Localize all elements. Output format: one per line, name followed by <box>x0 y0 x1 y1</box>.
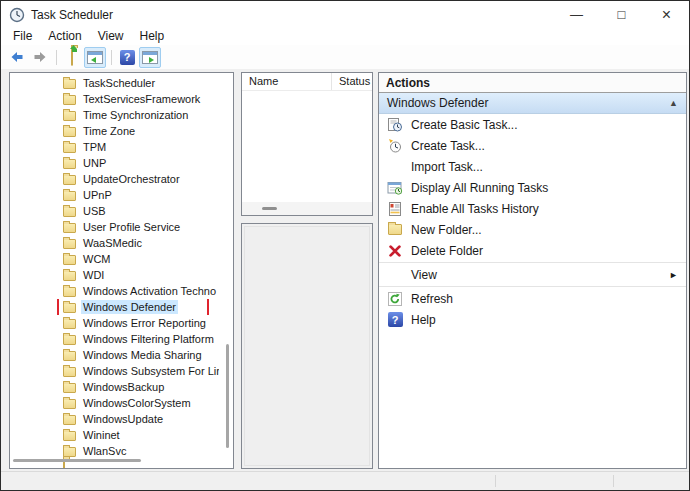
action-create-basic-task[interactable]: Create Basic Task... <box>379 114 686 135</box>
maximize-button[interactable]: □ <box>599 1 644 28</box>
actions-group-header[interactable]: Windows Defender ▲ <box>379 93 686 114</box>
forward-icon <box>32 49 48 65</box>
column-header-status[interactable]: Status <box>332 73 372 90</box>
actions-pane: Actions Windows Defender ▲ Create Ba <box>378 72 687 469</box>
tree-item-label: TPM <box>81 140 108 154</box>
tree-item-wlansvc[interactable]: WlanSvc <box>10 443 219 459</box>
console-tree-toggle-button[interactable] <box>84 47 106 68</box>
create-basic-task-icon <box>387 117 403 133</box>
tree-item-label: User Profile Service <box>81 220 182 234</box>
action-label: Create Task... <box>411 139 686 153</box>
tree-item-label: Windows Subsystem For Lir <box>81 364 219 378</box>
tree-item-windows-error-reporting[interactable]: Windows Error Reporting <box>10 315 219 331</box>
action-refresh[interactable]: Refresh <box>379 288 686 309</box>
tree-item-label: WaaSMedic <box>81 236 144 250</box>
tree-item-time-zone[interactable]: Time Zone <box>10 123 219 139</box>
tree-item-windows-filtering-platform[interactable]: Windows Filtering Platform <box>10 331 219 347</box>
collapse-arrow-icon[interactable]: ▲ <box>669 98 678 108</box>
action-label: New Folder... <box>411 223 686 237</box>
help-icon: ? <box>120 50 135 65</box>
action-enable-all-tasks-history[interactable]: Enable All Tasks History <box>379 198 686 219</box>
tree-item-windowsupdate[interactable]: WindowsUpdate <box>10 411 219 427</box>
tree-item-wdi[interactable]: WDI <box>10 267 219 283</box>
window-title: Task Scheduler <box>31 8 113 22</box>
folder-icon <box>63 127 76 137</box>
folder-icon <box>63 207 76 217</box>
tree-item-usb[interactable]: USB <box>10 203 219 219</box>
task-list-horizontal-scrollbar[interactable] <box>242 202 372 215</box>
no-icon <box>387 159 403 175</box>
tree-item-label: UpdateOrchestrator <box>81 172 182 186</box>
menu-action[interactable]: Action <box>40 28 89 45</box>
folder-icon <box>63 431 76 441</box>
action-delete-folder[interactable]: Delete Folder <box>379 240 686 261</box>
task-list-panel: Name Status <box>241 72 373 216</box>
tree-item-wininet[interactable]: Wininet <box>10 427 219 443</box>
tree-item-label: WlanSvc <box>81 444 128 458</box>
tree-item-label: WindowsColorSystem <box>81 396 193 410</box>
column-header-name[interactable]: Name <box>242 73 332 90</box>
tree-item-windowsbackup[interactable]: WindowsBackup <box>10 379 219 395</box>
tree-item-upnp[interactable]: UPnP <box>10 187 219 203</box>
show-console-tree-folder-button[interactable] <box>61 47 83 68</box>
folder-icon <box>63 159 76 169</box>
folder-icon <box>63 111 76 121</box>
enable-history-icon <box>387 201 403 217</box>
tree-item-windows-activation-technologies[interactable]: Windows Activation Techno <box>10 283 219 299</box>
task-preview-pane <box>241 223 373 469</box>
minimize-button[interactable]: — <box>554 1 599 28</box>
tree-item-tpm[interactable]: TPM <box>10 139 219 155</box>
refresh-icon <box>387 291 403 307</box>
action-import-task[interactable]: Import Task... <box>379 156 686 177</box>
action-pane-toggle-button[interactable] <box>139 47 161 68</box>
tree-item-label: Windows Filtering Platform <box>81 332 216 346</box>
toolbar-separator <box>111 50 112 65</box>
tree-item-label: Windows Media Sharing <box>81 348 204 362</box>
action-view[interactable]: View ► <box>379 264 686 285</box>
action-display-all-running-tasks[interactable]: Display All Running Tasks <box>379 177 686 198</box>
toolbar-help-button[interactable]: ? <box>116 47 138 68</box>
folder-icon <box>63 271 76 281</box>
menu-file[interactable]: File <box>5 28 40 45</box>
tree-item-windowscolorsystem[interactable]: WindowsColorSystem <box>10 395 219 411</box>
action-pane-toggle-icon <box>142 51 158 64</box>
folder-icon <box>63 223 76 233</box>
tree-vertical-scrollbar[interactable] <box>226 344 229 448</box>
tree-item-windows-subsystem-for-linux[interactable]: Windows Subsystem For Lir <box>10 363 219 379</box>
menu-view[interactable]: View <box>90 28 132 45</box>
status-bar <box>1 471 689 490</box>
tree-item-windows-media-sharing[interactable]: Windows Media Sharing <box>10 347 219 363</box>
action-help[interactable]: ? Help <box>379 309 686 330</box>
tree-item-time-synchronization[interactable]: Time Synchronization <box>10 107 219 123</box>
folder-icon <box>63 95 76 105</box>
actions-group-label: Windows Defender <box>387 96 669 110</box>
close-button[interactable]: × <box>644 1 689 28</box>
folder-icon <box>63 415 76 425</box>
action-create-task[interactable]: Create Task... <box>379 135 686 156</box>
action-label: Enable All Tasks History <box>411 202 686 216</box>
menu-help[interactable]: Help <box>132 28 173 45</box>
console-tree-toggle-icon <box>87 51 103 64</box>
tree-item-taskscheduler[interactable]: TaskScheduler <box>10 75 219 91</box>
tree-item-waasmedic[interactable]: WaaSMedic <box>10 235 219 251</box>
scrollbar-thumb[interactable] <box>262 207 277 210</box>
action-label: View <box>411 268 669 282</box>
tree-item-wcm[interactable]: WCM <box>10 251 219 267</box>
tree-item-label: Windows Defender <box>81 300 178 314</box>
tree-item-updateorchestrator[interactable]: UpdateOrchestrator <box>10 171 219 187</box>
folder-icon <box>63 367 76 377</box>
tree-horizontal-scrollbar[interactable] <box>13 459 141 462</box>
folder-icon <box>63 79 76 89</box>
tree-item-label: UPnP <box>81 188 114 202</box>
delete-folder-icon <box>387 243 403 259</box>
tree-item-label: Windows Error Reporting <box>81 316 208 330</box>
tree-item-textservicesframework[interactable]: TextServicesFramework <box>10 91 219 107</box>
tree-item-unp[interactable]: UNP <box>10 155 219 171</box>
tree-item-user-profile-service[interactable]: User Profile Service <box>10 219 219 235</box>
forward-button[interactable] <box>29 47 51 68</box>
create-task-icon <box>387 138 403 154</box>
tree-item-windows-defender[interactable]: Windows Defender <box>10 299 219 315</box>
task-list-header: Name Status <box>242 73 372 91</box>
back-button[interactable] <box>6 47 28 68</box>
action-new-folder[interactable]: New Folder... <box>379 219 686 240</box>
